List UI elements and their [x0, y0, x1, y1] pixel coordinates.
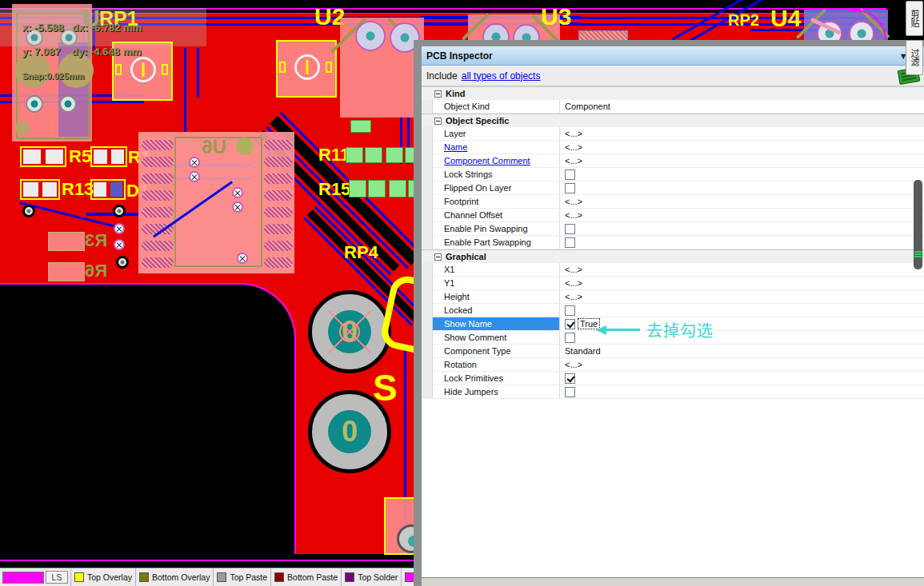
inspector-row-component-type[interactable]: Component TypeStandard	[422, 345, 924, 358]
section-object-specific[interactable]: Object Specific	[422, 114, 924, 127]
checkbox[interactable]	[565, 224, 575, 234]
inspector-row-component-comment[interactable]: Component Comment<...>	[422, 154, 924, 168]
checkbox[interactable]	[565, 169, 575, 180]
property-value[interactable]	[560, 304, 924, 317]
section-graphical[interactable]: Graphical	[422, 249, 924, 263]
collapse-icon[interactable]	[434, 118, 442, 125]
inspector-row-locked[interactable]: Locked	[422, 304, 924, 317]
property-label: Lock Primitives	[432, 372, 560, 385]
component-d1[interactable]	[90, 179, 126, 200]
component-r13[interactable]	[20, 179, 60, 200]
inspector-row-hide-jumpers[interactable]: Hide Jumpers	[422, 385, 924, 399]
component-u2[interactable]	[340, 18, 424, 118]
designator-r15: R15	[318, 181, 350, 198]
designator-u3: U3	[541, 5, 571, 29]
checkbox[interactable]	[565, 333, 575, 343]
layer-tab-top-paste[interactable]: Top Paste	[213, 568, 270, 586]
layer-color-swatch	[274, 572, 284, 582]
inspector-row-x1[interactable]: X1<...>	[422, 263, 924, 277]
component-r6-bottom[interactable]	[48, 262, 85, 281]
property-value[interactable]: <...>	[560, 263, 924, 276]
property-label: Component Type	[432, 345, 560, 357]
property-value[interactable]: <...>	[560, 195, 924, 208]
layer-color-swatch	[139, 572, 149, 582]
inspector-row-layer[interactable]: Layer<...>	[422, 127, 924, 141]
section-kind[interactable]: Kind	[422, 86, 924, 100]
layer-set-group[interactable]: LS	[0, 571, 70, 584]
property-value[interactable]: True	[560, 317, 924, 330]
inspector-row-lock-primitives[interactable]: Lock Primitives	[422, 372, 924, 385]
scrollbar-thumb[interactable]	[914, 180, 922, 269]
value-text: <...>	[565, 360, 582, 369]
inspector-row-height[interactable]: Height<...>	[422, 290, 924, 304]
layer-set-color-swatch[interactable]	[2, 572, 44, 584]
property-label[interactable]: Component Comment	[432, 154, 560, 167]
mounting-hole-1[interactable]: 0	[308, 290, 391, 373]
layer-tab-bo[interactable]: Bo	[401, 568, 414, 586]
component-r3-bottom[interactable]	[48, 232, 85, 251]
component-bottom[interactable]	[384, 497, 418, 555]
side-tab-2[interactable]: 过滤	[906, 40, 923, 75]
property-label[interactable]: Name	[432, 141, 560, 153]
inspector-row-channel-offset[interactable]: Channel Offset<...>	[422, 209, 924, 222]
inspector-row-enable-part-swapping[interactable]: Enable Part Swapping	[422, 236, 924, 249]
layer-tab-label: Bottom Overlay	[152, 572, 210, 582]
checkbox[interactable]	[565, 319, 575, 329]
inspector-row-show-name[interactable]: Show NameTrue	[422, 317, 924, 331]
value-text: <...>	[565, 278, 582, 288]
layer-tab-label: Top Overlay	[87, 572, 132, 582]
inspector-row-show-comment[interactable]: Show Comment	[422, 331, 924, 345]
component-u6[interactable]: U6	[138, 132, 294, 273]
layer-tab-bottom-paste[interactable]: Bottom Paste	[270, 568, 341, 586]
inspector-row-flipped-on-layer[interactable]: Flipped On Layer	[422, 181, 924, 195]
property-label: Y1	[432, 277, 560, 289]
checkbox[interactable]	[565, 387, 575, 397]
property-value[interactable]: <...>	[560, 209, 924, 221]
inspector-row-enable-pin-swapping[interactable]: Enable Pin Swapping	[422, 222, 924, 236]
component-socket-b[interactable]	[276, 40, 337, 98]
property-value[interactable]: <...>	[560, 127, 924, 140]
layer-tab-top-solder[interactable]: Top Solder	[341, 568, 401, 586]
value-text: <...>	[565, 142, 582, 152]
property-value[interactable]	[560, 236, 924, 249]
layer-tab-top-overlay[interactable]: Top Overlay	[70, 568, 135, 586]
include-scope-link[interactable]: all types of objects	[462, 70, 541, 82]
property-value[interactable]	[560, 168, 924, 181]
pad	[142, 207, 174, 217]
via	[114, 223, 125, 234]
inspector-row-footprint[interactable]: Footprint<...>	[422, 195, 924, 209]
pad	[355, 21, 386, 51]
property-value[interactable]: <...>	[560, 358, 924, 371]
property-value[interactable]	[560, 385, 924, 398]
property-value[interactable]: Standard	[560, 345, 924, 357]
property-value[interactable]: <...>	[560, 277, 924, 289]
pad	[59, 95, 77, 113]
component-r5[interactable]	[20, 146, 66, 167]
checkbox[interactable]	[565, 237, 575, 248]
inspector-row-rotation[interactable]: Rotation<...>	[422, 358, 924, 372]
property-value[interactable]: <...>	[560, 154, 924, 167]
property-value[interactable]: <...>	[560, 141, 924, 153]
property-grid: KindObject KindComponentObject SpecificL…	[422, 86, 924, 399]
side-tab-1[interactable]: 剪贴	[906, 1, 923, 36]
inspector-row-object-kind[interactable]: Object KindComponent	[422, 100, 924, 114]
property-value[interactable]: Component	[560, 100, 924, 113]
property-value[interactable]	[560, 372, 924, 385]
property-value[interactable]	[560, 331, 924, 344]
inspector-row-y1[interactable]: Y1<...>	[422, 277, 924, 290]
property-value[interactable]	[560, 222, 924, 235]
component-r1[interactable]	[90, 146, 127, 167]
layer-set-button[interactable]: LS	[46, 571, 68, 584]
checkbox[interactable]	[565, 305, 575, 316]
collapse-icon[interactable]	[434, 90, 442, 98]
property-value[interactable]	[560, 181, 924, 194]
collapse-icon[interactable]	[434, 253, 442, 261]
property-value[interactable]: <...>	[560, 290, 924, 303]
layer-tab-bottom-overlay[interactable]: Bottom Overlay	[135, 568, 213, 586]
checkbox[interactable]	[565, 183, 575, 193]
panel-title-bar[interactable]: PCB Inspector ▼ ×	[422, 46, 924, 66]
inspector-row-name[interactable]: Name<...>	[422, 141, 924, 154]
inspector-row-lock-strings[interactable]: Lock Strings	[422, 168, 924, 181]
checkbox[interactable]	[565, 373, 575, 384]
pad	[142, 173, 174, 184]
